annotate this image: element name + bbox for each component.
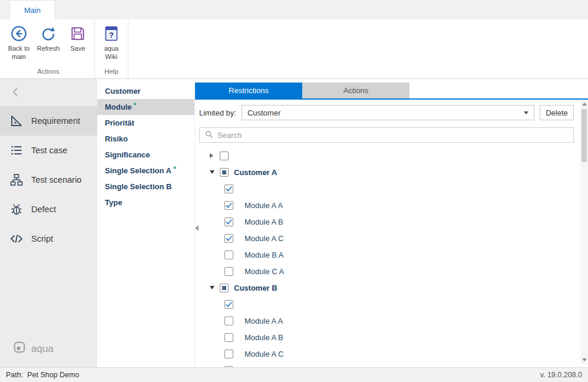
checkbox-checked[interactable] (224, 201, 233, 210)
tree-item-label: Module A A (245, 201, 283, 210)
tree-row[interactable]: Module C A (199, 263, 574, 279)
field-label: Type (105, 198, 122, 207)
sidebar-item-label: Test scenario (31, 175, 81, 185)
checkbox-checked[interactable] (224, 218, 233, 226)
scrollbar-thumb[interactable] (582, 109, 587, 162)
tree-item-label: Module A C (245, 350, 284, 358)
field-label: Customer (105, 87, 141, 95)
refresh-icon (39, 24, 57, 43)
collapse-arrow-icon[interactable] (210, 286, 216, 289)
vertical-scrollbar[interactable] (580, 100, 588, 364)
field-label: Risiko (105, 134, 128, 143)
checkbox-indeterminate[interactable] (220, 168, 229, 177)
sidebar-item-script[interactable]: Script (0, 224, 97, 253)
tab-restrictions[interactable]: Restrictions (195, 83, 302, 98)
ribbon-group-label: Actions (4, 68, 93, 78)
sidebar-item-requirement[interactable]: Requirement (0, 106, 97, 136)
search-box (199, 127, 574, 143)
field-item-priorit-t[interactable]: Priorität (97, 115, 194, 131)
checkbox-unchecked[interactable] (224, 317, 233, 325)
field-label: Module (105, 103, 132, 111)
tree-row[interactable]: Module B A (199, 246, 574, 263)
aqua-wiki-button[interactable]: ?aqua Wiki (97, 22, 126, 63)
tree-row[interactable]: Module A B (199, 213, 574, 230)
tree-row[interactable]: Module A B (199, 329, 574, 345)
scroll-up-arrow[interactable] (580, 100, 588, 108)
back-to-main-button[interactable]: Back to main (4, 22, 34, 63)
checkbox-checked[interactable] (224, 366, 233, 368)
field-item-customer[interactable]: Customer (97, 83, 194, 99)
checkbox-indeterminate[interactable] (220, 284, 229, 292)
accent-line (195, 98, 588, 100)
delete-button[interactable]: Delete (540, 105, 574, 120)
tree-row[interactable]: Customer A (199, 164, 574, 180)
tree-row[interactable] (199, 296, 574, 312)
save-button[interactable]: Save (63, 22, 93, 54)
ribbon-button-label: Refresh (37, 44, 60, 52)
tree-item-label: Module C A (245, 267, 284, 276)
field-item-type[interactable]: Type (97, 195, 194, 210)
fields-list: CustomerModule*PrioritätRisikoSignifican… (97, 79, 195, 367)
tree-row[interactable]: Module A A (199, 197, 574, 213)
sidebar-item-test-case[interactable]: Test case (0, 136, 97, 165)
required-asterisk: * (134, 101, 137, 110)
field-item-risiko[interactable]: Risiko (97, 131, 194, 147)
checkbox-unchecked[interactable] (224, 333, 233, 342)
ribbon-button-label: aqua Wiki (97, 44, 125, 61)
tree-item-label: Module B A (245, 251, 284, 259)
field-item-significance[interactable]: Significance (97, 147, 194, 163)
tree-row[interactable]: Module A C (199, 345, 574, 362)
ribbon: Main Back to mainRefreshSave Actions ?aq… (0, 0, 588, 79)
splitter-collapse-arrow[interactable] (195, 225, 199, 231)
ribbon-tab-strip: Main (0, 0, 588, 19)
ribbon-tab-main[interactable]: Main (9, 0, 55, 19)
limited-by-value: Customer (247, 108, 280, 117)
tab-actions[interactable]: Actions (302, 83, 409, 98)
tree-row[interactable]: Module A C (199, 230, 574, 246)
checkbox-checked[interactable] (224, 185, 233, 193)
app-window: Main Back to mainRefreshSave Actions ?aq… (0, 0, 588, 382)
tree-item-label: Module A B (245, 333, 283, 342)
refresh-button[interactable]: Refresh (34, 22, 63, 54)
field-label: Single Selection B (105, 182, 171, 191)
sidebar-item-label: Script (31, 234, 53, 243)
sidebar-item-defect[interactable]: Defect (0, 195, 97, 224)
field-item-module[interactable]: Module* (97, 99, 194, 115)
sidebar: RequirementTest caseTest scenarioDefectS… (0, 79, 97, 367)
required-asterisk: * (173, 164, 176, 173)
ribbon-button-label: Back to main (5, 44, 33, 61)
save-icon (70, 24, 86, 43)
checkbox-checked[interactable] (224, 300, 233, 309)
ribbon-group-help: ?aqua Wiki Help (95, 19, 128, 78)
search-icon (205, 130, 213, 140)
tree-row[interactable] (199, 147, 574, 164)
scroll-down-arrow[interactable] (580, 356, 588, 364)
tree-row[interactable]: Module B A (199, 362, 574, 367)
aqua-logo-icon (13, 341, 26, 357)
tree-row[interactable]: Module A A (199, 312, 574, 329)
tree-item-label: Customer B (234, 284, 278, 292)
field-label: Significance (105, 150, 150, 159)
svg-text:?: ? (109, 31, 114, 39)
tree-item-label: Customer A (234, 168, 277, 177)
field-item-single-selection-a[interactable]: Single Selection A* (97, 163, 194, 179)
checkbox-unchecked[interactable] (220, 152, 229, 160)
tree-row[interactable]: Customer B (199, 279, 574, 296)
checkbox-unchecked[interactable] (224, 350, 233, 358)
requirement-icon (9, 114, 24, 128)
tree-item-label: Module A A (245, 317, 283, 325)
limited-by-dropdown[interactable]: Customer (242, 105, 534, 120)
aqua-logo: aqua (0, 341, 97, 367)
search-input[interactable] (217, 131, 568, 140)
checkbox-checked[interactable] (224, 234, 233, 243)
checkbox-unchecked[interactable] (224, 267, 233, 276)
field-item-single-selection-b[interactable]: Single Selection B (97, 179, 194, 195)
tree-row[interactable] (199, 180, 574, 197)
collapse-arrow-icon[interactable] (210, 170, 216, 174)
test-scenario-icon (9, 173, 24, 187)
expand-arrow-icon[interactable] (210, 153, 216, 158)
sidebar-collapse-button[interactable] (0, 79, 97, 106)
tree-item-label: Module A B (245, 218, 283, 226)
sidebar-item-test-scenario[interactable]: Test scenario (0, 165, 97, 195)
checkbox-unchecked[interactable] (224, 251, 233, 259)
